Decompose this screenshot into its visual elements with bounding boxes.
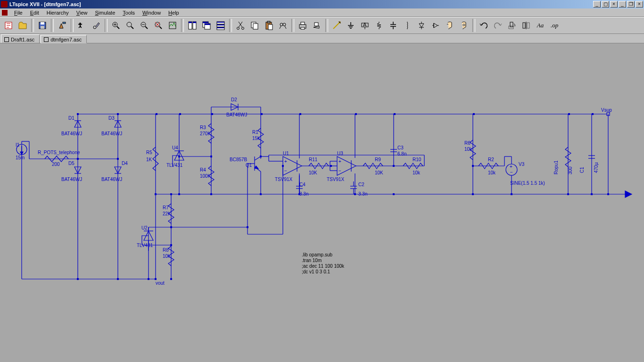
val-R9: 10K — [375, 170, 383, 175]
tile-windows-button[interactable] — [186, 19, 199, 32]
svg-rect-189 — [170, 226, 172, 228]
val-D1: BAT46WJ — [61, 131, 82, 136]
component-button[interactable] — [429, 19, 442, 32]
val-I1: 15m — [16, 155, 25, 160]
pan-button[interactable] — [124, 19, 137, 32]
drag-button[interactable] — [457, 19, 471, 32]
schematic-canvas[interactable]: Vsup vout I1 15m R_POTS_telephone 200 D1… — [0, 43, 644, 362]
diode-button[interactable] — [415, 19, 428, 32]
val-R1: 15k — [252, 136, 260, 141]
svg-rect-196 — [170, 278, 172, 280]
ref-R1: R1 — [252, 130, 258, 135]
maximize-button[interactable]: ▢ — [602, 1, 609, 8]
svg-text:−: − — [510, 170, 513, 175]
menu-window[interactable]: Window — [139, 9, 165, 16]
val-D3: BAT46WJ — [101, 131, 122, 136]
ref-C4: C4 — [299, 182, 305, 187]
menu-simulate[interactable]: Simulate — [91, 9, 119, 16]
svg-rect-3 — [41, 26, 44, 29]
ref-R6: R6 — [464, 140, 471, 146]
val-R11: 10K — [309, 170, 317, 175]
restore-button[interactable]: ❐ — [627, 1, 635, 8]
tab-dtmfgen7[interactable]: dtmfgen7.asc — [41, 35, 87, 43]
close-child-button[interactable]: × — [610, 1, 618, 8]
mirror-button[interactable] — [520, 19, 533, 32]
ground-button[interactable] — [344, 19, 357, 32]
minimize2-button[interactable]: _ — [619, 1, 626, 8]
resistor-button[interactable] — [372, 19, 386, 32]
svg-point-34 — [283, 23, 286, 26]
rotate-button[interactable] — [505, 19, 519, 32]
svg-rect-142 — [260, 156, 262, 157]
print-button[interactable] — [296, 19, 309, 32]
ref-R11: R11 — [309, 157, 318, 162]
ref-R3: R3 — [200, 125, 206, 130]
svg-rect-2 — [41, 22, 44, 25]
find-button[interactable] — [276, 19, 289, 32]
autorange-button[interactable] — [166, 19, 179, 32]
ref-R10: R10 — [413, 157, 421, 162]
svg-text:−: − — [284, 168, 287, 173]
document-tabs: Draft1.asc dtmfgen7.asc — [0, 34, 644, 43]
control-menu-icon[interactable] — [2, 10, 8, 16]
svg-rect-198 — [170, 244, 172, 246]
menu-view[interactable]: View — [73, 9, 91, 16]
open-button[interactable] — [16, 19, 29, 32]
control-panel-button[interactable] — [56, 19, 69, 32]
cascade-windows-button[interactable] — [200, 19, 213, 32]
spice-tran[interactable]: .tran 10m — [302, 258, 322, 263]
label-net-button[interactable]: A — [358, 19, 372, 32]
ref-Rpots: R_POTS_telephone — [38, 150, 80, 155]
menu-file[interactable]: File — [10, 9, 26, 16]
spice-lib[interactable]: .lib opamp.sub — [302, 252, 332, 257]
ref-R5: R5 — [146, 150, 152, 155]
undo-button[interactable] — [477, 19, 490, 32]
save-button[interactable] — [36, 19, 49, 32]
run-button[interactable] — [75, 19, 89, 32]
halt-button[interactable] — [90, 19, 103, 32]
capacitor-button[interactable] — [387, 19, 400, 32]
spice-dc[interactable]: ;dc v1 0 3 0.1 — [302, 269, 330, 274]
comp-D4: D4 BAT46WJ — [101, 159, 128, 182]
svg-rect-17 — [203, 22, 208, 23]
spice-ac[interactable]: ;ac dec 11 100 100k — [302, 263, 344, 269]
paste-button[interactable] — [262, 19, 275, 32]
toolbar: A Aa .op — [0, 17, 644, 34]
spice-directive-button[interactable]: .op — [548, 19, 561, 32]
close-button[interactable]: × — [636, 1, 643, 8]
ref-V3: V3 — [519, 162, 525, 167]
tab-draft1[interactable]: Draft1.asc — [1, 34, 40, 43]
zoom-fit-button[interactable] — [152, 19, 165, 32]
svg-rect-31 — [267, 21, 270, 23]
zoom-in-button[interactable] — [109, 19, 123, 32]
comp-D3: D3 BAT46WJ — [101, 114, 122, 138]
text-button[interactable]: Aa — [534, 19, 547, 32]
inductor-button[interactable] — [401, 19, 414, 32]
minimize-button[interactable]: _ — [593, 1, 601, 8]
schematic-icon — [44, 37, 49, 42]
svg-point-27 — [242, 27, 244, 30]
comp-U2: U2 TLV431 — [137, 225, 153, 251]
close-all-button[interactable] — [214, 19, 227, 32]
comp-U1: +− U1 TSV91X — [275, 114, 302, 194]
menu-edit[interactable]: Edit — [26, 9, 43, 16]
draw-wire-button[interactable] — [330, 19, 343, 32]
cut-button[interactable] — [234, 19, 247, 32]
menu-tools[interactable]: Tools — [119, 9, 139, 16]
svg-text:−: − — [339, 168, 341, 173]
redo-button[interactable] — [491, 19, 504, 32]
svg-rect-25 — [217, 27, 224, 28]
setup-button[interactable] — [310, 19, 323, 32]
new-schematic-button[interactable] — [2, 19, 15, 32]
menu-hierarchy[interactable]: Hierarchy — [43, 9, 73, 16]
copy-button[interactable] — [248, 19, 261, 32]
val-Q1: BC857B — [230, 157, 248, 162]
val-D4: BAT46WJ — [101, 177, 122, 182]
move-button[interactable] — [443, 19, 456, 32]
svg-rect-128 — [260, 193, 262, 195]
menu-help[interactable]: Help — [165, 9, 183, 16]
val-C1: 470µ — [594, 162, 599, 173]
tab-label: dtmfgen7.asc — [50, 37, 82, 42]
schematic-drawing: Vsup vout I1 15m R_POTS_telephone 200 D1… — [0, 43, 644, 362]
zoom-out-button[interactable] — [138, 19, 151, 32]
